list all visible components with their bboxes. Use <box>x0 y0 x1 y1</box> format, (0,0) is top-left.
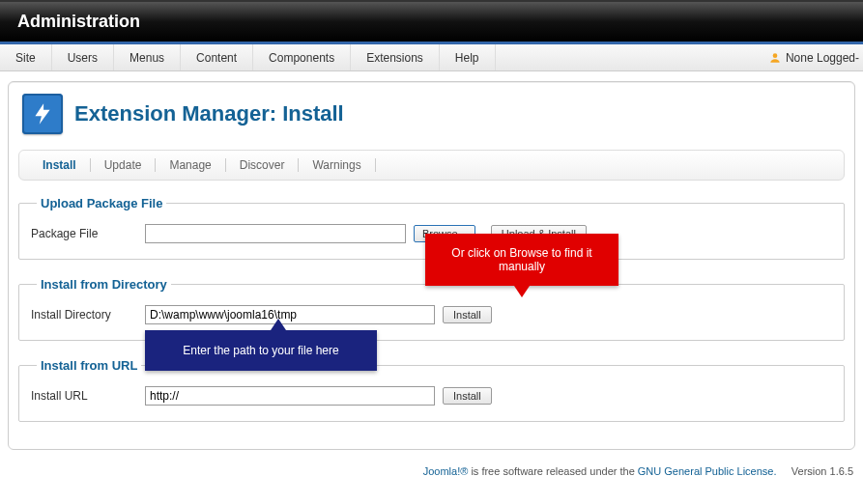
section-install-directory: Install from Directory Install Directory… <box>18 277 845 341</box>
tab-discover[interactable]: Discover <box>226 156 299 174</box>
user-icon <box>768 51 782 65</box>
page-title: Extension Manager: Install <box>74 101 344 126</box>
page-title-row: Extension Manager: Install <box>18 88 845 150</box>
section-upload-legend: Upload Package File <box>37 196 166 210</box>
header-bar: Administration <box>0 0 863 44</box>
callout-path-hint: Enter the path to your file here <box>145 330 377 371</box>
login-status-text: None Logged- <box>786 51 859 65</box>
footer: Joomla!® is free software released under… <box>0 458 863 483</box>
app-title: Administration <box>17 12 846 32</box>
callout-blue-text: Enter the path to your file here <box>183 344 338 357</box>
tab-manage[interactable]: Manage <box>156 156 224 174</box>
login-status[interactable]: None Logged- <box>761 44 863 70</box>
section-install-url: Install from URL Install URL Install <box>18 358 845 422</box>
menu-components[interactable]: Components <box>253 44 351 70</box>
menu-help[interactable]: Help <box>440 44 496 70</box>
sub-tabbar: Install Update Manage Discover Warnings <box>18 150 845 181</box>
menu-content[interactable]: Content <box>181 44 253 70</box>
top-menu-bar: Site Users Menus Content Components Exte… <box>0 44 863 71</box>
package-file-input[interactable] <box>145 224 406 243</box>
tab-update[interactable]: Update <box>91 156 156 174</box>
install-url-button[interactable]: Install <box>443 387 492 405</box>
install-url-label: Install URL <box>31 389 137 403</box>
tab-warnings[interactable]: Warnings <box>299 156 374 174</box>
footer-version: 1.6.5 <box>830 465 853 477</box>
footer-license-link[interactable]: GNU General Public License. <box>638 465 777 477</box>
tab-install[interactable]: Install <box>29 156 90 174</box>
content-area: Extension Manager: Install Install Updat… <box>0 71 863 458</box>
callout-red-text: Or click on Browse to find it manually <box>435 246 609 273</box>
callout-arrow-up-icon <box>271 319 286 330</box>
directory-field-row: Install Directory Install <box>31 305 832 324</box>
footer-version-label: Version <box>791 465 830 477</box>
tab-separator <box>375 158 376 172</box>
menu-users[interactable]: Users <box>52 44 114 70</box>
install-directory-input[interactable] <box>145 305 435 324</box>
section-directory-legend: Install from Directory <box>37 277 171 292</box>
url-field-row: Install URL Install <box>31 386 832 406</box>
footer-text: is free software released under the <box>468 465 637 477</box>
svg-point-0 <box>773 53 778 58</box>
lightning-plug-icon <box>22 94 63 134</box>
section-url-legend: Install from URL <box>37 358 141 373</box>
install-directory-button[interactable]: Install <box>443 306 492 323</box>
menu-spacer <box>496 44 761 70</box>
menu-menus[interactable]: Menus <box>114 44 181 70</box>
footer-joomla-link[interactable]: Joomla!® <box>423 465 469 477</box>
callout-browse-hint: Or click on Browse to find it manually <box>425 234 618 286</box>
menu-extensions[interactable]: Extensions <box>351 44 440 70</box>
menu-site[interactable]: Site <box>0 44 52 70</box>
install-directory-label: Install Directory <box>31 308 137 322</box>
callout-arrow-down-icon <box>514 286 530 297</box>
package-file-label: Package File <box>31 227 137 240</box>
install-url-input[interactable] <box>145 386 435 406</box>
